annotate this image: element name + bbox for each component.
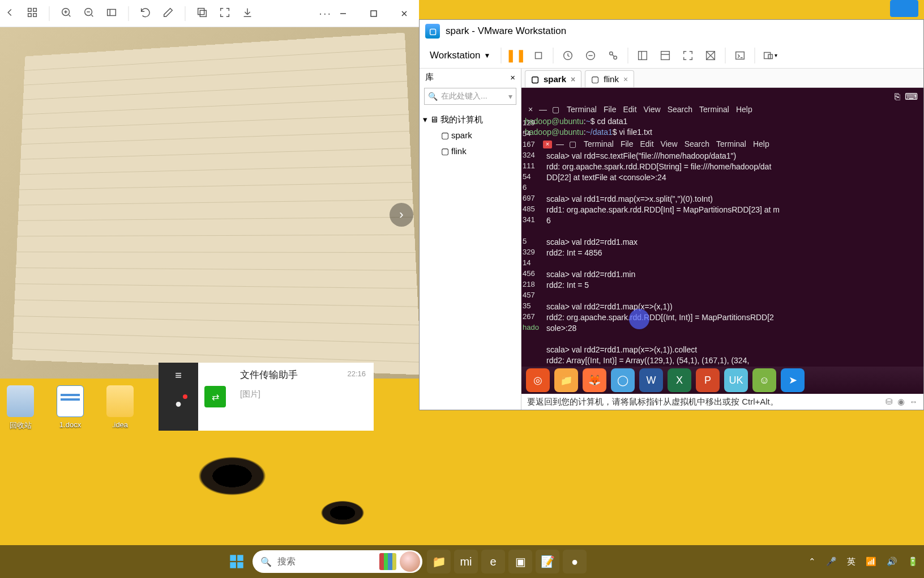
vmware-title: spark - VMware Workstation: [446, 26, 566, 37]
desktop-shortcut-icon[interactable]: [890, 0, 918, 17]
unity-icon[interactable]: [702, 47, 719, 64]
dock-app[interactable]: ◯: [611, 368, 635, 392]
dock-app[interactable]: X: [668, 368, 691, 392]
apps-icon[interactable]: [26, 6, 38, 21]
library-search[interactable]: 🔍在此处键入...▾: [424, 88, 516, 105]
pause-vm-icon[interactable]: ❚❚: [507, 47, 524, 64]
tab-close-icon[interactable]: ×: [571, 75, 575, 84]
library-close-icon[interactable]: ×: [510, 73, 515, 82]
zoom-in-icon[interactable]: [60, 6, 72, 21]
snapshot-revert-icon[interactable]: [582, 47, 599, 64]
taskbar-app[interactable]: ▣: [508, 550, 532, 573]
snapshot-manager-icon[interactable]: [605, 47, 622, 64]
tree-item-flink[interactable]: ▢flink: [423, 143, 517, 159]
vmware-toolbar: Workstation ▼ ❚❚ ▾: [420, 42, 923, 69]
fullscreen-vm-icon[interactable]: [679, 47, 696, 64]
svg-rect-2: [28, 13, 32, 16]
power-icon[interactable]: [530, 47, 547, 64]
download-icon[interactable]: [241, 6, 254, 21]
svg-rect-10: [536, 52, 542, 58]
tab-flink[interactable]: ▢flink×: [585, 70, 634, 87]
tab-spark[interactable]: ▢spark×: [525, 70, 581, 87]
taskbar-app[interactable]: mi: [454, 550, 478, 573]
vm-tabs: ▢spark× ▢flink×: [521, 69, 923, 88]
taskbar-app[interactable]: 📝: [536, 550, 559, 573]
taskbar-search[interactable]: 🔍 搜索: [253, 550, 422, 573]
nav-back-icon[interactable]: [3, 6, 16, 21]
hint-disk-icon: ⛁: [886, 397, 893, 407]
dock-app[interactable]: P: [696, 368, 720, 392]
workstation-menu[interactable]: Workstation ▼: [425, 48, 495, 63]
chat-icon[interactable]: ●: [170, 396, 186, 411]
zoom-out-icon[interactable]: [83, 6, 95, 21]
term-indicator-icon: ⎘: [895, 91, 900, 102]
guest-terminal[interactable]: ⎘⌨ ×—▢ TerminalFileEditViewSearchTermina…: [521, 88, 923, 367]
tray-volume-icon[interactable]: 🔊: [887, 556, 897, 567]
term2-min-icon[interactable]: —: [555, 141, 564, 148]
tab-close-icon[interactable]: ×: [623, 75, 628, 84]
term-close-icon[interactable]: ×: [526, 106, 535, 114]
system-tray[interactable]: ⌃ 🎤 英 📶 🔊 🔋: [808, 556, 918, 567]
svg-rect-7: [200, 10, 206, 16]
library-title: 库: [425, 72, 434, 83]
windows-taskbar: 🔍 搜索 📁mie▣📝● ⌃ 🎤 英 📶 🔊 🔋: [0, 545, 924, 578]
dock-app[interactable]: 📁: [554, 368, 578, 392]
desktop-icon-recycle[interactable]: 回收站: [7, 385, 34, 431]
more-icon[interactable]: ···: [319, 7, 332, 20]
chat-title: 文件传输助手: [240, 368, 339, 381]
devices-icon[interactable]: ▾: [761, 47, 778, 64]
dock-app[interactable]: UK: [724, 368, 748, 392]
search-icon: 🔍: [260, 556, 272, 567]
edit-icon[interactable]: [162, 6, 174, 21]
close-button[interactable]: [393, 2, 416, 25]
term-min-icon[interactable]: —: [538, 106, 547, 114]
tray-chevron-icon[interactable]: ⌃: [808, 556, 816, 567]
snapshot-icon[interactable]: [559, 47, 576, 64]
dock-app[interactable]: ◎: [526, 368, 550, 392]
tray-ime[interactable]: 英: [847, 556, 855, 567]
search-decoration-icon: [379, 553, 396, 570]
layout-2-icon[interactable]: [657, 47, 674, 64]
dock-app[interactable]: ☺: [752, 368, 776, 392]
transfer-helper-avatar[interactable]: ⇄: [198, 363, 232, 431]
term2-max-icon[interactable]: ▢: [568, 141, 577, 148]
chat-preview: [图片]: [240, 389, 339, 400]
term-max-icon[interactable]: ▢: [551, 106, 560, 114]
hint-cd-icon: ◉: [897, 397, 905, 407]
desktop-icon-docx[interactable]: 1.docx: [57, 385, 84, 431]
tray-battery-icon[interactable]: 🔋: [908, 556, 918, 567]
hint-net-icon: ↔: [909, 397, 918, 407]
fullscreen-icon[interactable]: [219, 6, 231, 21]
svg-rect-19: [764, 52, 771, 58]
term2-close-icon[interactable]: ×: [543, 141, 552, 148]
copy-icon[interactable]: [196, 6, 208, 21]
start-button[interactable]: [225, 550, 248, 573]
taskbar-app[interactable]: e: [481, 550, 505, 573]
taskbar-app[interactable]: 📁: [427, 550, 451, 573]
vmware-hint: 要返回到您的计算机，请将鼠标指针从虚拟机中移出或按 Ctrl+Alt。 ⛁◉↔: [521, 394, 923, 410]
dock-app[interactable]: W: [639, 368, 663, 392]
tree-root[interactable]: ▾🖥我的计算机: [423, 112, 517, 128]
dock-app[interactable]: 🦊: [583, 368, 606, 392]
desktop-icon-idea[interactable]: .idea: [106, 385, 134, 431]
svg-rect-0: [28, 8, 32, 11]
vmware-window: ▢ spark - VMware Workstation Workstation…: [419, 19, 924, 410]
wechat-panel: ≡ ● ⇄ 文件传输助手 [图片] 22:16: [159, 363, 374, 431]
maximize-button[interactable]: [362, 2, 385, 25]
layout-1-icon[interactable]: [634, 47, 651, 64]
cursor-highlight: [629, 309, 649, 329]
svg-rect-22: [237, 555, 243, 561]
next-image-button[interactable]: ›: [390, 203, 413, 227]
tray-mic-icon[interactable]: 🎤: [826, 556, 837, 567]
dock-app[interactable]: ➤: [781, 368, 805, 392]
fit-icon[interactable]: [105, 6, 118, 21]
menu-icon[interactable]: ≡: [170, 367, 186, 383]
tree-item-spark[interactable]: ▢spark: [423, 128, 517, 143]
console-icon[interactable]: [732, 47, 748, 64]
taskbar-app[interactable]: ●: [563, 550, 587, 573]
svg-rect-16: [661, 51, 670, 60]
rotate-icon[interactable]: [139, 6, 152, 21]
minimize-button[interactable]: [332, 2, 354, 25]
vmware-library: 库× 🔍在此处键入...▾ ▾🖥我的计算机 ▢spark ▢flink: [420, 69, 521, 410]
tray-wifi-icon[interactable]: 📶: [866, 556, 876, 567]
